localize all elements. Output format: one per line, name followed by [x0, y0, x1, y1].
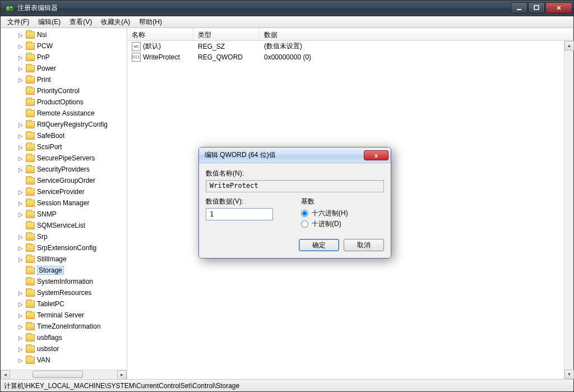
value-name-label: 数值名称(N): — [206, 169, 384, 178]
ok-button[interactable]: 确定 — [299, 239, 339, 251]
dialog-close-button[interactable]: x — [364, 150, 388, 160]
value-name-field: WriteProtect — [206, 180, 384, 192]
radio-dec[interactable] — [301, 220, 308, 228]
regedit-window: 注册表编辑器 文件(F) 编辑(E) 查看(V) 收藏夹(A) 帮助(H) ▷N… — [0, 0, 574, 392]
dialog-backdrop: 编辑 QWORD (64 位)值 x 数值名称(N): WriteProtect… — [1, 1, 573, 391]
value-data-label: 数值数据(V): — [206, 197, 290, 206]
radio-dec-row[interactable]: 十进制(D) — [301, 219, 384, 229]
dialog-titlebar[interactable]: 编辑 QWORD (64 位)值 x — [199, 147, 391, 163]
radio-hex-label: 十六进制(H) — [312, 209, 348, 218]
base-group-label: 基数 — [301, 197, 384, 206]
radio-dec-label: 十进制(D) — [312, 219, 341, 229]
dialog-body: 数值名称(N): WriteProtect 数值数据(V): 基数 十六进制(H… — [199, 163, 391, 258]
cancel-button[interactable]: 取消 — [344, 239, 384, 251]
dialog-title: 编辑 QWORD (64 位)值 — [205, 150, 364, 160]
radio-hex[interactable] — [301, 210, 308, 217]
value-data-input[interactable] — [206, 208, 273, 220]
radio-hex-row[interactable]: 十六进制(H) — [301, 209, 384, 218]
edit-qword-dialog: 编辑 QWORD (64 位)值 x 数值名称(N): WriteProtect… — [198, 147, 391, 259]
